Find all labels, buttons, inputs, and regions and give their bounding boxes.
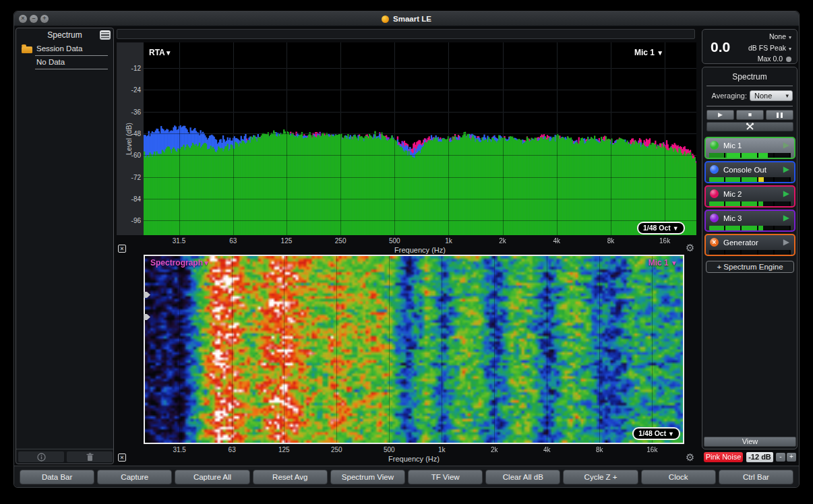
channel-name: Mic 2 [723, 190, 742, 198]
channel-color-dot [710, 214, 719, 222]
axis-tick-label: 8k [596, 446, 603, 453]
rta-close-button[interactable]: × [118, 245, 126, 253]
spectrograph-settings-gear-icon[interactable]: ⚙ [686, 453, 694, 462]
rta-type-selector[interactable]: RTA▼ [149, 48, 172, 57]
transport-controls: ▶ ■ [706, 110, 793, 120]
channel-play-icon[interactable]: ▶ [783, 140, 789, 150]
spectrograph-plot[interactable] [145, 256, 683, 443]
axis-tick-label: 8k [607, 237, 615, 245]
trash-icon [86, 453, 94, 462]
rta-banding-selector[interactable]: 1/48 Oct ▼ [637, 222, 685, 234]
info-button[interactable] [18, 451, 64, 462]
data-bar-button[interactable]: Data Bar [20, 470, 94, 484]
view-button[interactable]: View [704, 437, 796, 447]
stop-icon: ■ [748, 111, 752, 118]
clock-button[interactable]: Clock [641, 470, 716, 484]
spectrograph-close-button[interactable]: × [118, 453, 126, 462]
channel-play-icon[interactable]: ▶ [783, 237, 789, 247]
channel-play-icon[interactable]: ▶ [783, 189, 789, 198]
chevron-down-icon: ▾ [785, 92, 789, 99]
title-bar: × – + Smaart LE [14, 11, 799, 26]
hamburger-menu-icon[interactable] [100, 30, 111, 40]
sidebar-item-label: No Data [36, 58, 65, 66]
meter-source-selector[interactable]: None▾ [748, 32, 791, 43]
separator [35, 55, 108, 56]
axis-tick-label: 250 [331, 446, 342, 453]
sidebar-footer [16, 449, 113, 464]
chevron-down-icon: ▼ [671, 259, 678, 267]
panel-title: Spectrum [702, 72, 797, 82]
rta-banding-label: 1/48 Oct [643, 224, 671, 232]
spectrum-view-button[interactable]: Spectrum View [330, 470, 405, 484]
channel-strip-mic-2[interactable]: Mic 2 ▶ [704, 185, 795, 208]
chevron-down-icon: ▼ [203, 259, 210, 267]
reset-avg-button[interactable]: Reset Avg [253, 470, 328, 484]
sidebar-item-session-data[interactable]: Session Data [16, 43, 113, 55]
axis-tick-label: 31.5 [173, 237, 185, 245]
sidebar-title: Spectrum [16, 30, 113, 40]
channel-play-icon[interactable]: ▶ [783, 164, 789, 174]
peak-indicator-dot[interactable] [786, 57, 791, 62]
channel-name: Generator [723, 239, 758, 247]
axis-tick-label: -36 [131, 108, 141, 116]
meter-unit-selector[interactable]: dB FS Peak▾ [748, 43, 791, 55]
tf-view-button[interactable]: TF View [408, 470, 483, 484]
generator-level-display[interactable]: -12 dB [746, 452, 773, 462]
control-panel: 0.0 None▾ dB FS Peak▾ Max 0.0 Spectrum A… [702, 28, 797, 464]
meter-max-label: Max 0.0 [758, 55, 783, 63]
cycle-z-button[interactable]: Cycle Z + [563, 470, 638, 484]
axis-tick-label: 250 [335, 237, 347, 245]
spectrograph-source-label: Mic 1 [649, 258, 669, 267]
pause-button[interactable] [766, 110, 793, 120]
divider [706, 86, 793, 86]
play-button[interactable]: ▶ [706, 110, 734, 120]
rta-type-label: RTA [149, 48, 165, 57]
delete-button[interactable] [67, 451, 113, 462]
sidebar-item-no-data[interactable]: No Data [16, 57, 113, 69]
axis-tick-label: -24 [131, 86, 141, 94]
channel-strip-mic-1[interactable]: Mic 1 ▶ [704, 137, 795, 159]
spectrograph-type-selector[interactable]: Spectrograph▼ [150, 258, 210, 267]
channel-color-dot [710, 141, 719, 150]
channel-strip-console-out[interactable]: Console Out ▶ [704, 161, 795, 183]
axis-tick-label: -48 [131, 130, 141, 137]
info-icon [37, 453, 46, 462]
rta-x-axis-title: Frequency (Hz) [394, 246, 446, 254]
chevron-down-icon: ▼ [668, 431, 674, 437]
channel-name: Mic 3 [723, 214, 742, 222]
channel-name: Mic 1 [723, 141, 742, 150]
meter-source-label: None [769, 32, 786, 40]
chevron-down-icon: ▼ [165, 49, 172, 57]
spectrograph-x-axis-title: Frequency (Hz) [388, 455, 440, 463]
channel-mute-dot: × [710, 238, 719, 247]
channel-strip-mic-3[interactable]: Mic 3 ▶ [704, 210, 795, 232]
generator-level-up-button[interactable]: + [787, 453, 796, 462]
meter-value: 0.0 [711, 39, 730, 55]
clear-all-db-button[interactable]: Clear All dB [485, 470, 560, 484]
channel-play-icon[interactable]: ▶ [783, 213, 789, 222]
window-title-area: Smaart LE [14, 11, 799, 26]
axis-tick-label: -12 [131, 65, 141, 72]
pause-icon [777, 113, 779, 118]
stop-button[interactable]: ■ [736, 110, 764, 120]
engine-settings-button[interactable] [706, 122, 793, 131]
generator-level-down-button[interactable]: - [776, 453, 785, 462]
spectrograph-banding-selector[interactable]: 1/48 Oct ▼ [632, 427, 680, 440]
spectrograph-source-selector[interactable]: Mic 1 ▼ [649, 258, 678, 267]
averaging-value: None [754, 92, 772, 100]
rta-settings-gear-icon[interactable]: ⚙ [686, 243, 694, 253]
channel-strip-generator[interactable]: × Generator ▶ [704, 234, 795, 256]
rta-source-selector[interactable]: Mic 1 ▼ [634, 48, 663, 57]
add-spectrum-engine-button[interactable]: + Spectrum Engine [706, 261, 794, 273]
rta-plot[interactable] [144, 42, 696, 235]
ctrl-bar-button[interactable]: Ctrl Bar [719, 470, 793, 484]
capture-all-button[interactable]: Capture All [175, 470, 249, 484]
pink-noise-button[interactable]: Pink Noise [704, 452, 743, 462]
rta-source-label: Mic 1 [634, 48, 655, 57]
averaging-select[interactable]: None ▾ [750, 90, 793, 101]
capture-button[interactable]: Capture [97, 470, 172, 484]
divider [706, 106, 793, 106]
chevron-down-icon: ▾ [789, 34, 791, 40]
axis-tick-label: 500 [384, 446, 395, 453]
app-logo-icon [382, 15, 389, 23]
